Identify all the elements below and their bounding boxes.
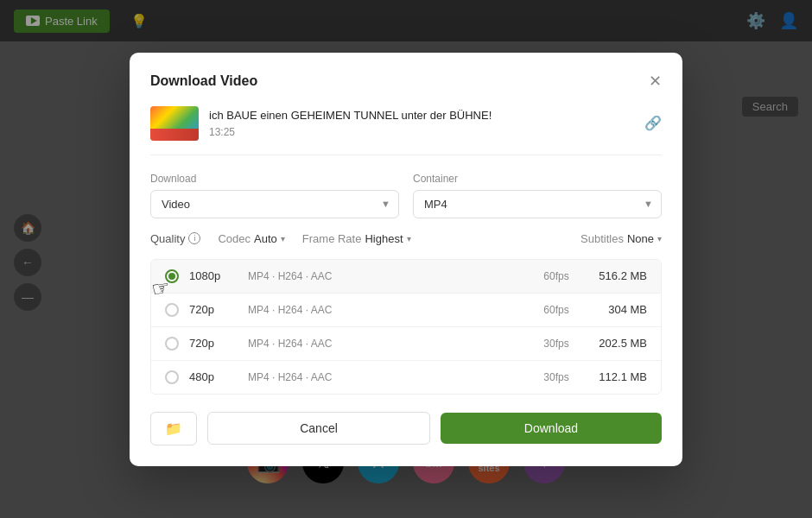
modal-header: Download Video ✕ — [150, 73, 662, 89]
close-button[interactable]: ✕ — [649, 73, 662, 89]
quality-item[interactable]: 720p MP4 · H264 · AAC 60fps 304 MB — [151, 294, 661, 327]
quality-size: 516.2 MB — [578, 269, 647, 282]
link-icon-button[interactable]: 🔗 — [644, 115, 662, 131]
framerate-value: Highest — [365, 232, 403, 245]
codec-value: Auto — [254, 232, 277, 245]
video-thumbnail — [150, 106, 199, 141]
video-meta: ich BAUE einen GEHEIMEN TUNNEL unter der… — [209, 108, 492, 137]
subtitles-group: Subtitles None ▾ — [580, 232, 662, 245]
radio-button — [165, 303, 179, 317]
quality-meta: MP4 · H264 · AAC — [248, 338, 535, 350]
codec-chevron-icon: ▾ — [281, 234, 285, 243]
quality-size: 112.1 MB — [578, 370, 647, 383]
radio-button — [165, 370, 179, 384]
quality-meta: MP4 · H264 · AAC — [248, 371, 535, 383]
download-select-wrapper: Video ▼ — [150, 190, 399, 218]
quality-fps: 60fps — [535, 270, 578, 282]
quality-resolution: 720p — [189, 337, 241, 350]
folder-button[interactable]: 📁 — [150, 412, 197, 445]
quality-fps: 30fps — [535, 338, 578, 350]
cancel-label: Cancel — [300, 421, 338, 435]
codec-label: Codec — [218, 232, 251, 245]
quality-list: 1080p MP4 · H264 · AAC 60fps 516.2 MB 72… — [150, 259, 662, 395]
modal-overlay: Download Video ✕ ich BAUE einen GEHEIMEN… — [0, 0, 812, 518]
download-label: Download — [150, 173, 399, 185]
quality-fps: 30fps — [535, 371, 578, 383]
framerate-label: Frame Rate — [302, 232, 362, 245]
subtitles-label: Subtitles — [580, 232, 624, 245]
framerate-group: Frame Rate Highest ▾ — [302, 232, 411, 245]
container-select[interactable]: MP4 — [413, 190, 662, 218]
codec-group: Codec Auto ▾ — [218, 232, 284, 245]
quality-fps: 60fps — [535, 304, 578, 316]
subtitles-value: None — [627, 232, 654, 245]
quality-label-group: Quality i — [150, 232, 200, 245]
quality-meta: MP4 · H264 · AAC — [248, 304, 535, 316]
video-info-row: ich BAUE einen GEHEIMEN TUNNEL unter der… — [150, 106, 662, 155]
download-modal: Download Video ✕ ich BAUE einen GEHEIMEN… — [130, 53, 682, 466]
quality-meta: MP4 · H264 · AAC — [248, 270, 535, 282]
container-select-wrapper: MP4 ▼ — [413, 190, 662, 218]
quality-resolution: 1080p — [189, 269, 241, 282]
quality-resolution: 480p — [189, 370, 241, 383]
quality-label: Quality — [150, 232, 185, 245]
thumbnail-inner — [150, 129, 199, 141]
container-label: Container — [413, 173, 662, 185]
video-title: ich BAUE einen GEHEIMEN TUNNEL unter der… — [209, 108, 492, 123]
framerate-chevron-icon: ▾ — [407, 234, 411, 243]
quality-options-row: Quality i Codec Auto ▾ Frame Rate Highes… — [150, 232, 662, 245]
radio-button — [165, 269, 179, 283]
radio-button — [165, 337, 179, 351]
quality-item[interactable]: 480p MP4 · H264 · AAC 30fps 112.1 MB — [151, 361, 661, 394]
modal-title: Download Video — [150, 73, 257, 89]
subtitles-chevron-icon: ▾ — [657, 234, 662, 243]
modal-footer: 📁 Cancel Download — [150, 412, 662, 445]
download-button[interactable]: Download — [441, 413, 662, 444]
download-btn-label: Download — [524, 421, 578, 435]
quality-size: 202.5 MB — [578, 337, 647, 350]
cancel-button[interactable]: Cancel — [207, 412, 430, 445]
download-container-row: Download Video ▼ Container MP4 ▼ — [150, 173, 662, 218]
container-group: Container MP4 ▼ — [413, 173, 662, 218]
download-group: Download Video ▼ — [150, 173, 399, 218]
quality-info-icon[interactable]: i — [188, 232, 200, 244]
quality-size: 304 MB — [578, 303, 647, 316]
quality-resolution: 720p — [189, 303, 241, 316]
quality-item[interactable]: 720p MP4 · H264 · AAC 30fps 202.5 MB — [151, 327, 661, 361]
download-select[interactable]: Video — [150, 190, 399, 218]
video-duration: 13:25 — [209, 126, 492, 138]
quality-item[interactable]: 1080p MP4 · H264 · AAC 60fps 516.2 MB — [151, 260, 661, 294]
